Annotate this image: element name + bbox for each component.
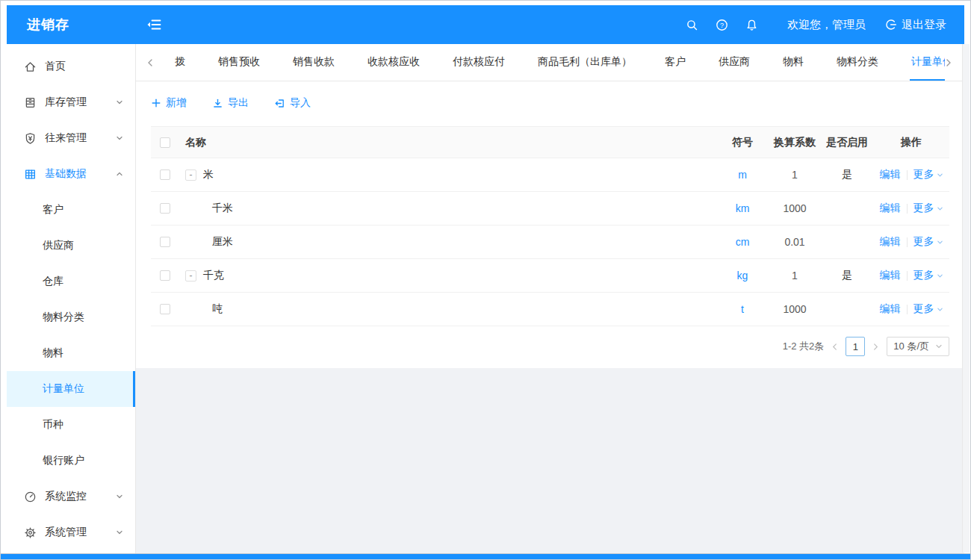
settings-icon — [24, 526, 37, 539]
tab-customer[interactable]: 客户 — [663, 44, 687, 81]
row-checkbox[interactable] — [160, 304, 170, 314]
tab-material-category[interactable]: 物料分类 — [835, 44, 880, 81]
sidebar-item-supplier[interactable]: 供应商 — [7, 228, 135, 264]
tabs-list: 拨销售预收销售收款收款核应收付款核应付商品毛利（出库单）客户供应商物料物料分类计… — [158, 44, 945, 81]
tab-material[interactable]: 物料 — [781, 44, 805, 81]
transactions-icon — [24, 132, 37, 145]
tab-supplier[interactable]: 供应商 — [717, 44, 751, 81]
unit-symbol-link[interactable]: cm — [736, 236, 750, 248]
sidebar-item-monitor[interactable]: 系统监控 — [7, 479, 135, 514]
edit-link[interactable]: 编辑 — [880, 168, 901, 181]
action-divider — [907, 305, 908, 314]
column-actions: 操作 — [873, 136, 949, 149]
table-row: 厘米 cm 0.01 编辑 更多 — [151, 225, 949, 259]
page-1-button[interactable]: 1 — [846, 337, 865, 356]
row-checkbox[interactable] — [160, 169, 170, 180]
column-enabled: 是否启用 — [821, 136, 873, 149]
unit-name: 千米 — [212, 202, 233, 215]
sidebar-item-currency[interactable]: 币种 — [7, 407, 135, 443]
sidebar-item-bank-account[interactable]: 银行账户 — [7, 443, 135, 479]
sidebar-item-warehouse[interactable]: 仓库 — [7, 264, 135, 299]
export-icon — [212, 98, 223, 109]
more-link[interactable]: 更多 — [913, 302, 943, 316]
sidebar-item-unit[interactable]: 计量单位 — [7, 371, 135, 407]
table-row: -米 m 1 是 编辑 更多 — [151, 158, 949, 192]
app-window: 进销存 ? 欢迎您，管理员 — [0, 0, 971, 560]
column-name: 名称 — [185, 136, 716, 149]
unit-symbol-link[interactable]: t — [741, 303, 744, 315]
menu-fold-icon[interactable] — [146, 18, 161, 31]
enabled-flag: 是 — [821, 168, 873, 181]
table-row: -千克 kg 1 是 编辑 更多 — [151, 259, 949, 293]
row-checkbox[interactable] — [160, 203, 170, 214]
sidebar-item-label: 首页 — [45, 60, 123, 73]
toolbar: 新增 导出 导入 — [151, 93, 949, 113]
import-button[interactable]: 导入 — [274, 96, 311, 110]
chevron-down-icon — [116, 493, 123, 500]
next-page-button[interactable] — [872, 343, 879, 351]
add-button[interactable]: 新增 — [151, 96, 187, 110]
tabs-scroll-right-icon[interactable] — [945, 44, 957, 81]
bottom-accent-bar — [1, 553, 970, 559]
tab-sales-receipt[interactable]: 销售收款 — [291, 44, 336, 81]
table-header-row: 名称 符号 换算系数 是否启用 操作 — [151, 127, 949, 158]
sidebar-item-label: 基础数据 — [45, 167, 116, 181]
base-data-icon — [24, 168, 37, 181]
tab-payment-verify[interactable]: 付款核应付 — [451, 44, 506, 81]
row-checkbox[interactable] — [160, 237, 170, 247]
tab-sales-advance[interactable]: 销售预收 — [217, 44, 261, 81]
sidebar-item-material-category[interactable]: 物料分类 — [7, 299, 135, 335]
unit-symbol-link[interactable]: km — [736, 202, 750, 214]
tab-bo[interactable]: 拨 — [173, 44, 187, 81]
more-link[interactable]: 更多 — [913, 269, 943, 282]
unit-name: 千克 — [203, 269, 224, 282]
tabs-scroll-left-icon[interactable] — [146, 44, 158, 81]
unit-name: 厘米 — [212, 235, 233, 249]
unit-symbol-link[interactable]: m — [738, 169, 747, 181]
prev-page-button[interactable] — [831, 343, 838, 351]
search-icon[interactable] — [683, 16, 701, 34]
scrollbar-gutter[interactable] — [962, 44, 970, 553]
sidebar: 首页 库存管理 往来管理 基础数据 客户供应商仓库物料分类物料计量单位币种银行账… — [7, 44, 136, 553]
collapse-toggle[interactable]: - — [185, 270, 196, 281]
action-divider — [907, 170, 908, 180]
edit-link[interactable]: 编辑 — [880, 269, 901, 282]
collapse-toggle[interactable]: - — [185, 169, 196, 181]
export-label: 导出 — [228, 96, 249, 110]
tab-unit[interactable]: 计量单位 — [910, 44, 945, 81]
conversion-factor: 1 — [769, 169, 821, 181]
chevron-up-icon — [116, 170, 123, 178]
more-link[interactable]: 更多 — [913, 168, 943, 181]
sidebar-item-home[interactable]: 首页 — [7, 49, 135, 84]
select-all-checkbox[interactable] — [160, 137, 170, 148]
tab-receipt-verify[interactable]: 收款核应收 — [366, 44, 421, 81]
logout-button[interactable]: 退出登录 — [885, 18, 946, 32]
column-factor: 换算系数 — [769, 136, 821, 149]
more-link[interactable]: 更多 — [913, 202, 943, 215]
sidebar-item-customer[interactable]: 客户 — [7, 192, 135, 228]
tab-goods-profit[interactable]: 商品毛利（出库单） — [536, 44, 633, 81]
sidebar-item-transactions[interactable]: 往来管理 — [7, 120, 135, 156]
bell-icon[interactable] — [742, 16, 760, 34]
unit-symbol-link[interactable]: kg — [737, 270, 748, 281]
svg-text:?: ? — [719, 21, 723, 28]
page-size-select[interactable]: 10 条/页 — [887, 337, 949, 356]
units-table: 名称 符号 换算系数 是否启用 操作 -米 m 1 是 编辑 更多 千米 km … — [151, 126, 949, 326]
monitor-icon — [24, 491, 37, 503]
more-link[interactable]: 更多 — [913, 235, 943, 249]
export-button[interactable]: 导出 — [212, 96, 249, 110]
edit-link[interactable]: 编辑 — [880, 235, 901, 249]
chevron-down-icon — [937, 239, 943, 246]
chevron-down-icon — [116, 529, 123, 536]
import-label: 导入 — [290, 96, 311, 110]
sidebar-item-inventory[interactable]: 库存管理 — [7, 84, 135, 120]
sidebar-item-label: 往来管理 — [45, 131, 116, 145]
edit-link[interactable]: 编辑 — [880, 202, 901, 215]
inventory-icon — [24, 96, 37, 109]
sidebar-item-base-data[interactable]: 基础数据 — [7, 156, 135, 192]
sidebar-item-system[interactable]: 系统管理 — [7, 514, 135, 550]
sidebar-item-material[interactable]: 物料 — [7, 335, 135, 371]
row-checkbox[interactable] — [160, 270, 170, 281]
edit-link[interactable]: 编辑 — [880, 302, 901, 316]
help-icon[interactable]: ? — [713, 16, 730, 34]
